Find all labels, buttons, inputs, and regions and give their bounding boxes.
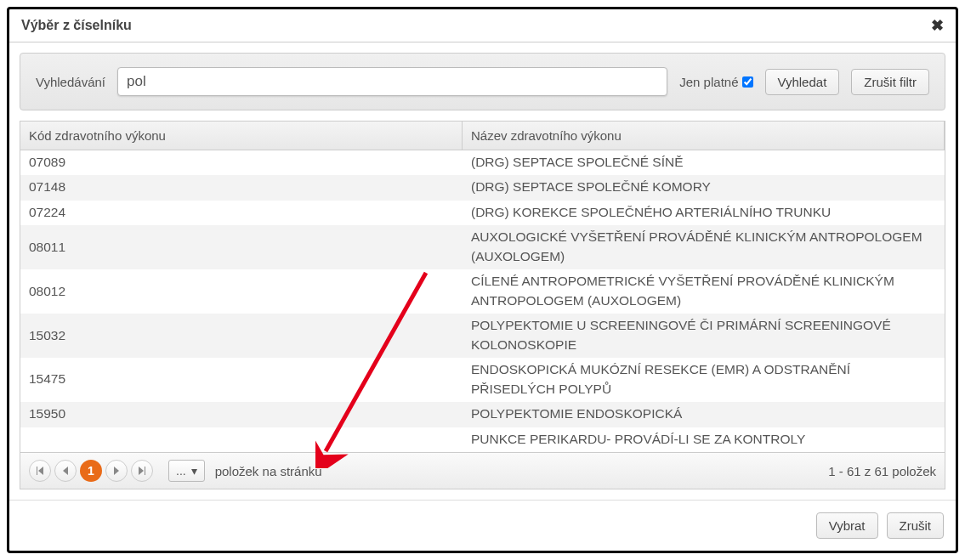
valid-only-label: Jen platné	[679, 75, 752, 89]
pager-current-page[interactable]: 1	[80, 460, 102, 482]
search-input[interactable]	[117, 67, 667, 96]
table-row[interactable]: 08012CÍLENÉ ANTROPOMETRICKÉ VYŠETŘENÍ PR…	[20, 269, 945, 314]
cell-name: CÍLENÉ ANTROPOMETRICKÉ VYŠETŘENÍ PROVÁDĚ…	[463, 269, 945, 313]
grid-pager: 1 ... ▾ položek na stránku 1 - 61 z 61 p…	[20, 452, 945, 489]
close-icon[interactable]: ✖	[931, 18, 944, 33]
dialog-body: Vyhledávání Jen platné Vyhledat Zrušit f…	[9, 42, 956, 500]
cell-code: 08012	[20, 269, 463, 313]
grid-header: Kód zdravotního výkonu Název zdravotního…	[20, 122, 945, 150]
select-button[interactable]: Vybrat	[816, 512, 878, 539]
page-size-value: ...	[176, 464, 186, 478]
chevron-down-icon: ▾	[191, 464, 197, 478]
valid-only-checkbox[interactable]	[742, 76, 753, 88]
table-row[interactable]: 07224(DRG) KOREKCE SPOLEČNÉHO ARTERIÁLNÍ…	[20, 201, 945, 225]
cell-name: POLYPEKTOMIE ENDOSKOPICKÁ	[463, 402, 945, 426]
pager-info: 1 - 61 z 61 položek	[828, 464, 936, 478]
cell-code: 07148	[20, 175, 463, 199]
pager-next-icon[interactable]	[105, 460, 128, 482]
pager-last-icon[interactable]	[131, 460, 153, 482]
page-size-dropdown[interactable]: ... ▾	[168, 460, 205, 482]
cell-code	[20, 427, 463, 451]
table-row[interactable]: 07089(DRG) SEPTACE SPOLEČNÉ SÍNĚ	[20, 150, 945, 175]
cancel-button[interactable]: Zrušit	[887, 512, 945, 539]
grid-body[interactable]: 07089(DRG) SEPTACE SPOLEČNÉ SÍNĚ07148(DR…	[20, 150, 945, 452]
column-header-code[interactable]: Kód zdravotního výkonu	[20, 122, 463, 150]
cell-name: POLYPEKTOMIE U SCREENINGOVÉ ČI PRIMÁRNÍ …	[463, 314, 945, 357]
clear-filter-button[interactable]: Zrušit filtr	[851, 69, 929, 95]
cell-code: 07224	[20, 201, 463, 224]
dialog-title: Výběr z číselníku	[21, 18, 132, 33]
dialog-footer: Vybrat Zrušit	[9, 500, 956, 551]
cell-name: (DRG) KOREKCE SPOLEČNÉHO ARTERIÁLNÍHO TR…	[463, 201, 945, 224]
cell-name: (DRG) SEPTACE SPOLEČNÉ SÍNĚ	[463, 150, 945, 174]
cell-name: (DRG) SEPTACE SPOLEČNÉ KOMORY	[463, 175, 945, 199]
cell-name: PUNKCE PERIKARDU- PROVÁDÍ-LI SE ZA KONTR…	[463, 427, 945, 451]
valid-only-text: Jen platné	[679, 75, 738, 89]
filter-panel: Vyhledávání Jen platné Vyhledat Zrušit f…	[20, 53, 945, 110]
table-row[interactable]: PUNKCE PERIKARDU- PROVÁDÍ-LI SE ZA KONTR…	[20, 427, 945, 452]
results-grid: Kód zdravotního výkonu Název zdravotního…	[20, 121, 945, 489]
table-row[interactable]: 07148(DRG) SEPTACE SPOLEČNÉ KOMORY	[20, 175, 945, 200]
cell-code: 15475	[20, 358, 463, 401]
codebook-dialog: Výběr z číselníku ✖ Vyhledávání Jen plat…	[7, 7, 958, 553]
cell-code: 08011	[20, 225, 463, 269]
pager-first-icon[interactable]	[29, 460, 51, 482]
cell-name: ENDOSKOPICKÁ MUKÓZNÍ RESEKCE (EMR) A ODS…	[463, 358, 945, 401]
cell-name: AUXOLOGICKÉ VYŠETŘENÍ PROVÁDĚNÉ KLINICKÝ…	[463, 225, 945, 269]
pager-prev-icon[interactable]	[54, 460, 77, 482]
dialog-header: Výběr z číselníku ✖	[9, 9, 956, 42]
search-button[interactable]: Vyhledat	[765, 69, 840, 95]
cell-code: 07089	[20, 150, 463, 174]
table-row[interactable]: 15950POLYPEKTOMIE ENDOSKOPICKÁ	[20, 402, 945, 427]
column-header-name[interactable]: Název zdravotního výkonu	[463, 122, 945, 150]
cell-code: 15950	[20, 402, 463, 426]
table-row[interactable]: 15475ENDOSKOPICKÁ MUKÓZNÍ RESEKCE (EMR) …	[20, 358, 945, 402]
search-label: Vyhledávání	[36, 75, 105, 89]
table-row[interactable]: 15032POLYPEKTOMIE U SCREENINGOVÉ ČI PRIM…	[20, 314, 945, 358]
table-row[interactable]: 08011AUXOLOGICKÉ VYŠETŘENÍ PROVÁDĚNÉ KLI…	[20, 225, 945, 269]
pager-items-label: položek na stránku	[215, 464, 322, 478]
cell-code: 15032	[20, 314, 463, 357]
